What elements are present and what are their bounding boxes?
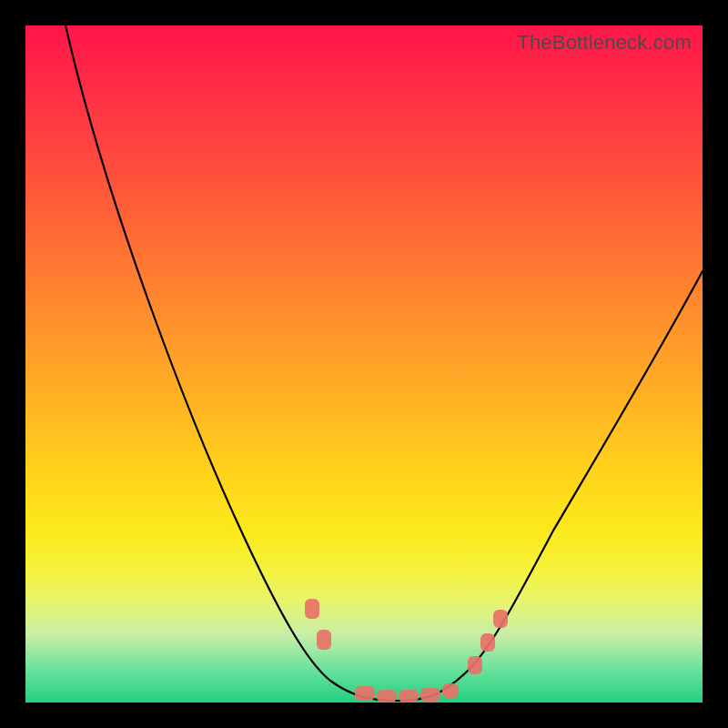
curve-marker	[442, 683, 459, 698]
curve-marker	[355, 686, 375, 701]
curve-marker	[305, 599, 319, 619]
curve-marker	[480, 633, 495, 652]
curve-marker	[493, 610, 508, 628]
curve-marker	[399, 690, 419, 703]
curve-marker	[468, 656, 482, 674]
chart-frame: TheBottleneck.com	[0, 0, 728, 728]
bottleneck-curve-path	[66, 25, 703, 701]
curve-marker	[377, 690, 397, 703]
plot-area: TheBottleneck.com	[25, 25, 703, 703]
curve-marker	[420, 688, 440, 702]
curve-marker	[317, 630, 331, 650]
curve-svg	[25, 25, 703, 703]
marker-group	[305, 599, 508, 703]
